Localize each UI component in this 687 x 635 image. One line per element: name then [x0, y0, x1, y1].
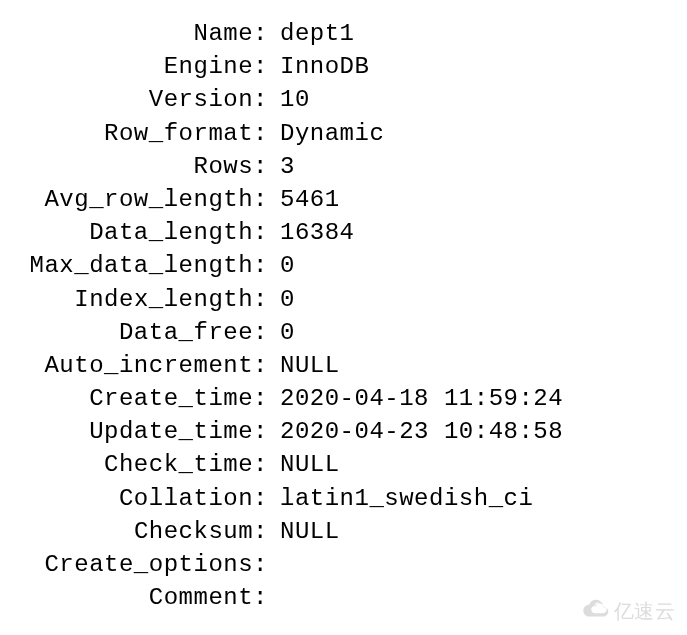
- status-label: Collation:: [20, 483, 280, 514]
- status-value: 5461: [280, 184, 340, 215]
- status-row-collation: Collation: latin1_swedish_ci: [20, 483, 667, 514]
- status-value: NULL: [280, 516, 340, 547]
- status-value: 10: [280, 84, 310, 115]
- status-label: Data_free:: [20, 317, 280, 348]
- status-row-check-time: Check_time: NULL: [20, 449, 667, 480]
- status-value: dept1: [280, 18, 355, 49]
- watermark-text: 亿速云: [614, 598, 676, 625]
- status-row-data-length: Data_length: 16384: [20, 217, 667, 248]
- status-label: Version:: [20, 84, 280, 115]
- status-value: 0: [280, 284, 295, 315]
- status-row-data-free: Data_free: 0: [20, 317, 667, 348]
- status-row-max-data-length: Max_data_length: 0: [20, 250, 667, 281]
- status-row-avg-row-length: Avg_row_length: 5461: [20, 184, 667, 215]
- status-label: Check_time:: [20, 449, 280, 480]
- status-label: Name:: [20, 18, 280, 49]
- status-row-create-time: Create_time: 2020-04-18 11:59:24: [20, 383, 667, 414]
- watermark: 亿速云: [580, 598, 676, 625]
- status-value: InnoDB: [280, 51, 369, 82]
- status-value: 3: [280, 151, 295, 182]
- status-row-create-options: Create_options:: [20, 549, 667, 580]
- status-label: Index_length:: [20, 284, 280, 315]
- status-row-name: Name: dept1: [20, 18, 667, 49]
- status-label: Row_format:: [20, 118, 280, 149]
- status-value: 16384: [280, 217, 355, 248]
- status-label: Engine:: [20, 51, 280, 82]
- status-label: Checksum:: [20, 516, 280, 547]
- status-value: 0: [280, 250, 295, 281]
- status-value: latin1_swedish_ci: [280, 483, 533, 514]
- status-label: Create_options:: [20, 549, 280, 580]
- status-value: 2020-04-18 11:59:24: [280, 383, 563, 414]
- table-status: Name: dept1 Engine: InnoDB Version: 10 R…: [20, 18, 667, 613]
- status-value: NULL: [280, 350, 340, 381]
- status-label: Comment:: [20, 582, 280, 613]
- status-row-engine: Engine: InnoDB: [20, 51, 667, 82]
- cloud-icon: [580, 599, 610, 624]
- status-label: Update_time:: [20, 416, 280, 447]
- status-row-auto-increment: Auto_increment: NULL: [20, 350, 667, 381]
- status-row-checksum: Checksum: NULL: [20, 516, 667, 547]
- status-label: Create_time:: [20, 383, 280, 414]
- status-value: NULL: [280, 449, 340, 480]
- status-row-version: Version: 10: [20, 84, 667, 115]
- status-label: Max_data_length:: [20, 250, 280, 281]
- status-row-update-time: Update_time: 2020-04-23 10:48:58: [20, 416, 667, 447]
- status-value: Dynamic: [280, 118, 384, 149]
- status-label: Data_length:: [20, 217, 280, 248]
- status-row-comment: Comment:: [20, 582, 667, 613]
- status-value: 2020-04-23 10:48:58: [280, 416, 563, 447]
- status-label: Avg_row_length:: [20, 184, 280, 215]
- status-label: Auto_increment:: [20, 350, 280, 381]
- status-row-rows: Rows: 3: [20, 151, 667, 182]
- status-row-row-format: Row_format: Dynamic: [20, 118, 667, 149]
- status-value: 0: [280, 317, 295, 348]
- status-row-index-length: Index_length: 0: [20, 284, 667, 315]
- status-label: Rows:: [20, 151, 280, 182]
